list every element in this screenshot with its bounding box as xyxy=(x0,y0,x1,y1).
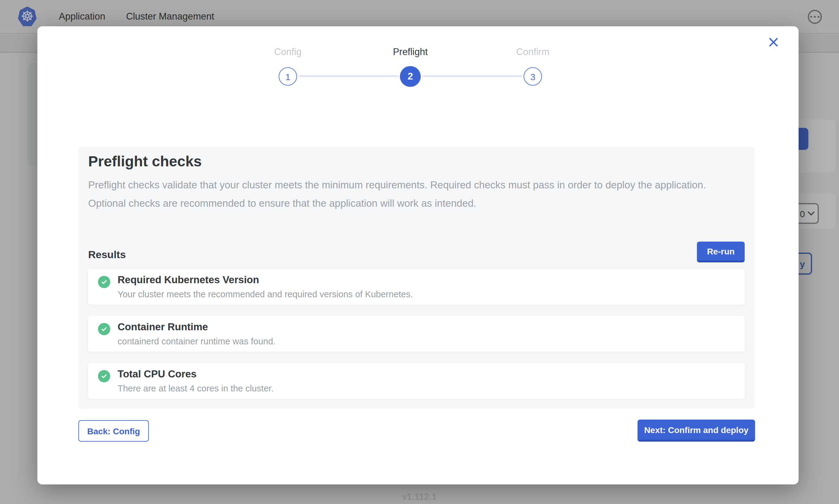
ellipsis-icon[interactable] xyxy=(808,10,822,24)
chevron-down-icon xyxy=(808,211,815,216)
nav-tab-cluster-management[interactable]: Cluster Management xyxy=(126,11,215,22)
preflight-title: Preflight checks xyxy=(88,153,202,170)
check-description: Your cluster meets the recommended and r… xyxy=(118,289,413,299)
step-circle-confirm: 3 xyxy=(524,67,542,86)
preflight-modal: Config Preflight Confirm 1 2 3 Preflight… xyxy=(37,26,799,484)
rerun-button[interactable]: Re-run xyxy=(697,241,745,263)
check-circle-icon xyxy=(98,370,110,382)
check-circle-icon xyxy=(98,323,110,335)
back-config-button[interactable]: Back: Config xyxy=(79,420,149,442)
preflight-card: Preflight checks Preflight checks valida… xyxy=(79,147,754,409)
check-description: There are at least 4 cores in the cluste… xyxy=(118,383,273,393)
background-dropdown-value: 0 xyxy=(800,208,805,219)
step-circle-config: 1 xyxy=(279,67,297,86)
check-circle-icon xyxy=(98,276,110,288)
step-circle-preflight: 2 xyxy=(400,66,421,87)
step-connector xyxy=(423,75,523,77)
close-icon[interactable] xyxy=(767,35,780,49)
step-connector xyxy=(299,75,399,77)
nav-tabs: Application Cluster Management xyxy=(59,11,214,22)
check-title: Required Kubernetes Version xyxy=(118,274,259,286)
check-description: containerd container runtime was found. xyxy=(118,337,276,346)
check-row-kubernetes-version: Required Kubernetes Version Your cluster… xyxy=(88,269,745,305)
screen: ☸ Application Cluster Management 0 y v1.… xyxy=(0,0,839,504)
step-label-confirm: Confirm xyxy=(490,47,576,57)
background-outline-button-fragment[interactable]: y xyxy=(798,253,812,275)
preflight-description: Preflight checks validate that your clus… xyxy=(88,176,736,212)
step-label-preflight: Preflight xyxy=(367,47,453,57)
kubernetes-helm-icon: ☸ xyxy=(18,6,37,26)
step-label-config: Config xyxy=(245,47,331,57)
check-row-total-cpu-cores: Total CPU Cores There are at least 4 cor… xyxy=(88,363,745,399)
nav-tab-application[interactable]: Application xyxy=(59,11,105,22)
app-version: v1.112.1 xyxy=(0,491,839,502)
check-title: Container Runtime xyxy=(118,321,208,333)
background-outline-button-label: y xyxy=(800,258,805,269)
next-confirm-deploy-button[interactable]: Next: Confirm and deploy xyxy=(637,419,755,442)
check-title: Total CPU Cores xyxy=(118,368,196,380)
check-row-container-runtime: Container Runtime containerd container r… xyxy=(88,316,745,352)
results-label: Results xyxy=(88,249,126,261)
